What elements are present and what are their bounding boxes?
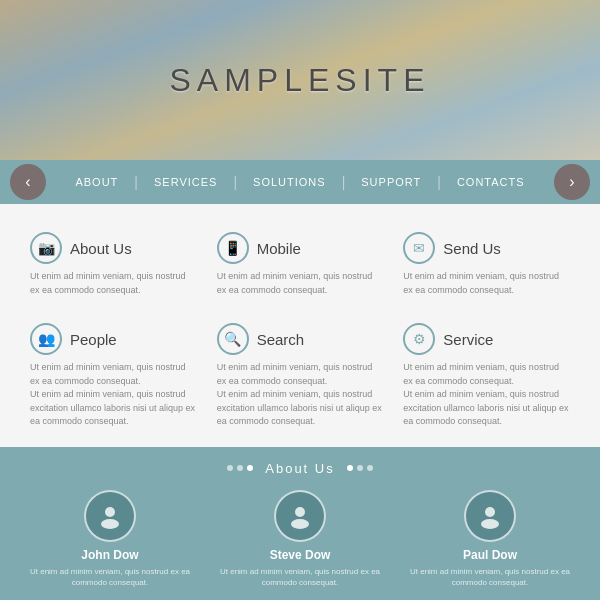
feature-people: 👥 People Ut enim ad minim veniam, quis n…: [30, 315, 197, 437]
nav-links: ABOUT | SERVICES | SOLUTIONS | SUPPORT |…: [59, 174, 540, 190]
john-name: John Dow: [20, 548, 200, 562]
about-section-title: About Us: [265, 461, 334, 476]
mobile-title: Mobile: [257, 240, 301, 257]
svg-point-2: [295, 507, 305, 517]
search-title: Search: [257, 331, 305, 348]
feature-search: 🔍 Search Ut enim ad minim veniam, quis n…: [217, 315, 384, 437]
john-text: Ut enim ad minim veniam, quis nostrud ex…: [20, 566, 200, 588]
svg-point-3: [291, 519, 309, 529]
dot-5: [357, 465, 363, 471]
search-text: Ut enim ad minim veniam, quis nostrud ex…: [217, 361, 384, 429]
features-grid: 📷 About Us Ut enim ad minim veniam, quis…: [30, 224, 570, 437]
svg-point-0: [105, 507, 115, 517]
feature-mobile: 📱 Mobile Ut enim ad minim veniam, quis n…: [217, 224, 384, 305]
hero-section: SAMPLESITE: [0, 0, 600, 160]
dot-1: [227, 465, 233, 471]
dot-2: [237, 465, 243, 471]
nav-solutions[interactable]: SOLUTIONS: [237, 176, 342, 188]
about-section: About Us John Dow Ut enim ad minim venia…: [0, 447, 600, 601]
send-us-icon: ✉: [403, 232, 435, 264]
site-title: SAMPLESITE: [170, 62, 431, 99]
feature-mobile-header: 📱 Mobile: [217, 232, 384, 264]
service-title: Service: [443, 331, 493, 348]
feature-people-header: 👥 People: [30, 323, 197, 355]
about-dots-right: [347, 465, 373, 471]
mobile-text: Ut enim ad minim veniam, quis nostrud ex…: [217, 270, 384, 297]
people-icon: 👥: [30, 323, 62, 355]
team-member-john: John Dow Ut enim ad minim veniam, quis n…: [20, 490, 200, 588]
nav-left-arrow[interactable]: ‹: [10, 164, 46, 200]
team-member-steve: Steve Dow Ut enim ad minim veniam, quis …: [210, 490, 390, 588]
paul-text: Ut enim ad minim veniam, quis nostrud ex…: [400, 566, 580, 588]
about-us-icon: 📷: [30, 232, 62, 264]
paul-name: Paul Dow: [400, 548, 580, 562]
feature-about-us-header: 📷 About Us: [30, 232, 197, 264]
people-text: Ut enim ad minim veniam, quis nostrud ex…: [30, 361, 197, 429]
team-grid: John Dow Ut enim ad minim veniam, quis n…: [20, 490, 580, 588]
john-avatar: [84, 490, 136, 542]
nav-contacts[interactable]: CONTACTS: [441, 176, 541, 188]
feature-search-header: 🔍 Search: [217, 323, 384, 355]
main-content: 📷 About Us Ut enim ad minim veniam, quis…: [0, 204, 600, 447]
steve-text: Ut enim ad minim veniam, quis nostrud ex…: [210, 566, 390, 588]
service-icon: ⚙: [403, 323, 435, 355]
feature-send-us: ✉ Send Us Ut enim ad minim veniam, quis …: [403, 224, 570, 305]
send-us-title: Send Us: [443, 240, 501, 257]
nav-services[interactable]: SERVICES: [138, 176, 233, 188]
about-dots-left: [227, 465, 253, 471]
nav-support[interactable]: SUPPORT: [345, 176, 437, 188]
svg-point-4: [485, 507, 495, 517]
people-title: People: [70, 331, 117, 348]
search-icon: 🔍: [217, 323, 249, 355]
svg-point-1: [101, 519, 119, 529]
send-us-text: Ut enim ad minim veniam, quis nostrud ex…: [403, 270, 570, 297]
paul-avatar: [464, 490, 516, 542]
feature-send-us-header: ✉ Send Us: [403, 232, 570, 264]
service-text: Ut enim ad minim veniam, quis nostrud ex…: [403, 361, 570, 429]
about-us-text: Ut enim ad minim veniam, quis nostrud ex…: [30, 270, 197, 297]
about-header: About Us: [20, 461, 580, 476]
feature-about-us: 📷 About Us Ut enim ad minim veniam, quis…: [30, 224, 197, 305]
mobile-icon: 📱: [217, 232, 249, 264]
feature-service-header: ⚙ Service: [403, 323, 570, 355]
nav-about[interactable]: ABOUT: [59, 176, 134, 188]
svg-point-5: [481, 519, 499, 529]
nav-right-arrow[interactable]: ›: [554, 164, 590, 200]
about-us-title: About Us: [70, 240, 132, 257]
dot-4: [347, 465, 353, 471]
dot-3: [247, 465, 253, 471]
steve-name: Steve Dow: [210, 548, 390, 562]
feature-service: ⚙ Service Ut enim ad minim veniam, quis …: [403, 315, 570, 437]
team-member-paul: Paul Dow Ut enim ad minim veniam, quis n…: [400, 490, 580, 588]
dot-6: [367, 465, 373, 471]
steve-avatar: [274, 490, 326, 542]
nav-bar: ‹ ABOUT | SERVICES | SOLUTIONS | SUPPORT…: [0, 160, 600, 204]
